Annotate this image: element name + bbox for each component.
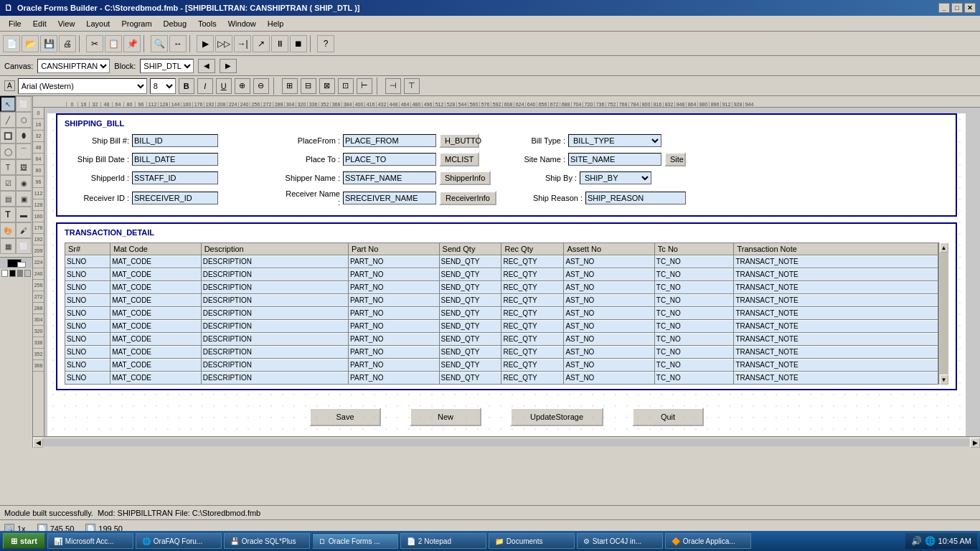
cell-slno[interactable] — [65, 347, 110, 358]
cell-sendqty[interactable] — [440, 256, 501, 268]
select-tool[interactable]: ↖ — [0, 96, 16, 112]
bold-btn[interactable]: B — [179, 78, 194, 94]
cell-tcno[interactable] — [655, 282, 734, 293]
step-btn[interactable]: →| — [234, 35, 251, 52]
cell-matcode[interactable] — [110, 321, 200, 332]
cell-recqty[interactable] — [501, 359, 563, 371]
cell-tcno[interactable] — [655, 372, 734, 384]
receiver-info-button[interactable]: ReceiverInfo — [439, 191, 496, 205]
zoom-out-btn[interactable]: ⊖ — [253, 78, 269, 94]
print-btn[interactable]: 🖨 — [59, 35, 76, 52]
cell-slno[interactable] — [65, 372, 110, 384]
cell-note[interactable] — [734, 295, 938, 306]
rect-tool[interactable]: 🔲 — [0, 128, 16, 143]
menu-edit[interactable]: Edit — [27, 18, 52, 29]
step-over-btn[interactable]: ↗ — [253, 35, 270, 52]
menu-layout[interactable]: Layout — [80, 18, 116, 29]
cell-matcode[interactable] — [110, 347, 200, 358]
grid-tool[interactable]: ▦ — [0, 238, 16, 254]
cell-recqty[interactable] — [501, 269, 563, 281]
cell-slno[interactable] — [65, 295, 110, 306]
cell-note[interactable] — [734, 372, 938, 384]
mclist-button[interactable]: MCLIST — [439, 152, 479, 166]
image-tool[interactable]: 🖼 — [16, 159, 32, 175]
menu-file[interactable]: File — [3, 18, 27, 29]
cell-sendqty[interactable] — [440, 295, 501, 306]
cell-desc[interactable] — [202, 347, 348, 358]
text-item-tool[interactable]: T — [0, 207, 16, 222]
cell-note[interactable] — [734, 347, 938, 358]
scroll-up-btn[interactable]: ▲ — [940, 242, 948, 253]
cell-recqty[interactable] — [501, 295, 563, 306]
cell-assetno[interactable] — [564, 256, 654, 268]
copy-btn[interactable]: 📋 — [105, 35, 122, 52]
cell-sendqty[interactable] — [440, 359, 501, 371]
cell-note[interactable] — [734, 269, 938, 281]
group-btn[interactable]: ⊣ — [385, 78, 401, 94]
cell-matcode[interactable] — [110, 334, 200, 345]
minimize-button[interactable]: _ — [938, 3, 950, 13]
menu-help[interactable]: Help — [262, 18, 290, 29]
h-button[interactable]: H_BUTTO — [439, 133, 479, 148]
cell-assetno[interactable] — [564, 308, 654, 319]
font-size-select[interactable]: 8 — [150, 78, 176, 94]
cell-sendqty[interactable] — [440, 308, 501, 319]
receiver-id-input[interactable] — [132, 192, 218, 204]
pause-btn[interactable]: ⏸ — [271, 35, 288, 52]
site-button[interactable]: Site — [664, 152, 686, 166]
block-select[interactable]: SHIP_DTL — [140, 59, 194, 73]
cell-note[interactable] — [734, 282, 938, 293]
cell-assetno[interactable] — [564, 372, 654, 384]
cell-slno[interactable] — [65, 321, 110, 332]
taskbar-item-3[interactable]: 🗋 Oracle Forms ... — [312, 533, 398, 549]
nav-left-btn[interactable]: ◀ — [198, 59, 215, 73]
ship-reason-input[interactable] — [585, 192, 686, 204]
display-tool[interactable]: ▣ — [16, 191, 32, 207]
stop-btn[interactable]: ⏹ — [290, 35, 307, 52]
cell-desc[interactable] — [202, 334, 348, 345]
ungroup-btn[interactable]: ⊤ — [404, 78, 420, 94]
cell-slno[interactable] — [65, 282, 110, 293]
ellipse-tool[interactable]: ◯ — [0, 143, 16, 159]
cell-desc[interactable] — [202, 295, 348, 306]
table-scrollbar[interactable]: ▲ ▼ — [938, 242, 948, 385]
cell-sendqty[interactable] — [440, 334, 501, 345]
cell-tcno[interactable] — [655, 334, 734, 345]
cell-partno[interactable] — [349, 295, 438, 306]
find-btn[interactable]: 🔍 — [151, 35, 168, 52]
cell-recqty[interactable] — [501, 308, 563, 319]
close-button[interactable]: ✕ — [964, 3, 976, 13]
cell-slno[interactable] — [65, 269, 110, 281]
cell-slno[interactable] — [65, 359, 110, 371]
cell-note[interactable] — [734, 359, 938, 371]
align-right-btn[interactable]: ⊠ — [319, 78, 335, 94]
help-btn[interactable]: ? — [317, 35, 334, 52]
cell-matcode[interactable] — [110, 372, 200, 384]
cell-desc[interactable] — [202, 256, 348, 268]
line-tool[interactable]: ╱ — [0, 112, 16, 128]
arc-tool[interactable]: ⌒ — [16, 143, 32, 159]
color-line-tool[interactable]: 🖌 — [16, 222, 32, 238]
color-gray[interactable] — [17, 270, 24, 277]
cell-sendqty[interactable] — [440, 372, 501, 384]
cell-partno[interactable] — [349, 359, 438, 371]
open-btn[interactable]: 📂 — [22, 35, 39, 52]
cell-partno[interactable] — [349, 269, 438, 281]
quit-button[interactable]: Quit — [632, 408, 704, 426]
scroll-left-btn[interactable]: ◀ — [33, 438, 43, 448]
cell-assetno[interactable] — [564, 334, 654, 345]
ship-bill-input[interactable] — [132, 134, 218, 147]
color-fill-tool[interactable]: 🎨 — [0, 222, 16, 238]
compile-btn[interactable]: ▶ — [197, 35, 214, 52]
cell-desc[interactable] — [202, 321, 348, 332]
cell-slno[interactable] — [65, 256, 110, 268]
site-name-input[interactable] — [568, 153, 661, 166]
menu-debug[interactable]: Debug — [158, 18, 192, 29]
scroll-down-btn[interactable]: ▼ — [940, 375, 948, 385]
cell-partno[interactable] — [349, 347, 438, 358]
start-button[interactable]: ⊞ start — [3, 533, 45, 549]
cell-partno[interactable] — [349, 308, 438, 319]
canvas-select[interactable]: CANSHIPTRAN — [37, 59, 110, 73]
menu-program[interactable]: Program — [116, 18, 157, 29]
cell-assetno[interactable] — [564, 295, 654, 306]
